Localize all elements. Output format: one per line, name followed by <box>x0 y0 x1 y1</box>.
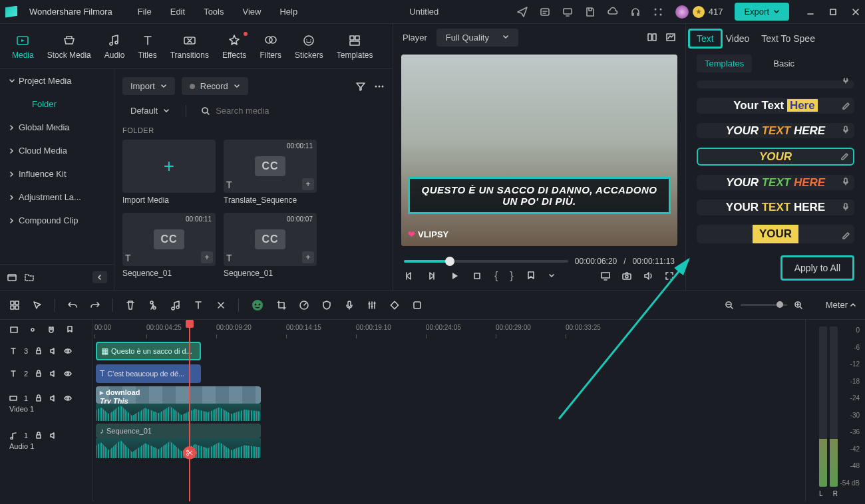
send-icon[interactable] <box>517 7 528 17</box>
sidebar-global-media[interactable]: Global Media <box>0 116 114 139</box>
lib-tab-media[interactable]: Media <box>12 33 34 60</box>
collapse-sidebar-button[interactable] <box>92 271 107 283</box>
screen-icon[interactable] <box>562 7 573 17</box>
subtab-templates[interactable]: Templates <box>697 55 752 72</box>
export-button[interactable]: Export <box>735 3 789 21</box>
audio-mixer-icon[interactable] <box>367 300 377 311</box>
template-card-selected[interactable]: YOUR <box>697 148 854 165</box>
subtitle-overlay[interactable]: QUESTO È UN SACCO DI DANNO, ACCADONO UN … <box>408 177 671 214</box>
template-card[interactable]: YOUR TEXT HERE <box>697 123 854 139</box>
mute-icon[interactable] <box>49 370 57 378</box>
template-card[interactable]: YOUR TEXT HERE <box>697 175 854 191</box>
eye-icon[interactable] <box>64 370 72 378</box>
audio-clip[interactable]: ♪Sequence_01 <box>96 424 261 438</box>
lock-icon[interactable] <box>35 432 43 440</box>
lib-tab-transitions[interactable]: Transitions <box>170 33 209 60</box>
menu-view[interactable]: View <box>242 7 261 17</box>
track-head-v1[interactable]: 1Video 1 <box>0 385 92 422</box>
lib-tab-titles[interactable]: Titles <box>138 33 156 60</box>
lock-icon[interactable] <box>35 370 43 378</box>
cloud-icon[interactable] <box>607 7 618 17</box>
zoom-in-icon[interactable] <box>794 301 803 310</box>
playhead[interactable] <box>189 320 190 501</box>
import-button[interactable]: Import <box>122 77 175 95</box>
speed-icon[interactable] <box>299 300 309 311</box>
sidebar-cloud-media[interactable]: Cloud Media <box>0 139 114 162</box>
menu-edit[interactable]: Edit <box>170 7 185 17</box>
ruler[interactable]: 00:00 00:00:04:25 00:00:09:20 00:00:14:1… <box>93 320 805 340</box>
scopes-icon[interactable] <box>665 32 676 43</box>
play-icon[interactable] <box>449 271 460 281</box>
inspector-tab-video[interactable]: Video <box>726 33 750 44</box>
shield-icon[interactable] <box>321 300 332 311</box>
timeline-view-icon[interactable] <box>9 325 19 334</box>
eye-icon[interactable] <box>64 347 72 355</box>
add-to-timeline-button[interactable]: + <box>302 251 314 263</box>
snapshot-icon[interactable] <box>621 271 632 281</box>
compare-view-icon[interactable] <box>647 32 657 43</box>
volume-icon[interactable] <box>643 271 653 281</box>
inspector-tab-tts[interactable]: Text To Spee <box>761 33 815 44</box>
music-icon[interactable] <box>170 300 181 311</box>
track-head-a1[interactable]: 1Audio 1 <box>0 422 92 459</box>
undo-icon[interactable] <box>67 300 78 311</box>
headphones-icon[interactable] <box>630 7 641 17</box>
media-item[interactable]: 00:00:11CCT+ Sequence_01 <box>122 213 216 278</box>
more-icon[interactable] <box>374 81 385 92</box>
maximize-icon[interactable] <box>829 8 837 16</box>
apply-to-all-button[interactable]: Apply to All <box>780 255 854 281</box>
lib-tab-audio[interactable]: Audio <box>104 33 125 60</box>
search-box[interactable] <box>194 102 385 120</box>
media-item[interactable]: 00:00:07CCT+ Sequence_01 <box>224 213 317 278</box>
zoom-out-icon[interactable] <box>725 301 734 310</box>
menu-file[interactable]: File <box>138 7 152 17</box>
template-card[interactable]: Your Text Here <box>697 98 854 114</box>
lib-tab-stock[interactable]: Stock Media <box>47 33 91 60</box>
quality-select[interactable]: Full Quality <box>436 29 518 47</box>
ai-icon[interactable] <box>251 299 264 312</box>
delete-icon[interactable] <box>125 300 136 311</box>
lib-tab-filters[interactable]: Filters <box>260 33 281 60</box>
link-icon[interactable] <box>28 325 37 334</box>
coin-badge[interactable]: 417 <box>675 5 723 19</box>
mute-icon[interactable] <box>49 432 57 440</box>
stop-icon[interactable] <box>472 271 482 281</box>
select-tool-icon[interactable] <box>32 300 43 311</box>
save-icon[interactable] <box>585 7 596 17</box>
subtitle-clip[interactable]: ▦Questo è un sacco di d... <box>96 342 201 360</box>
crop-icon[interactable] <box>276 300 287 311</box>
media-item[interactable]: 00:00:11CCT+ Translate_Sequence <box>224 140 317 205</box>
filter-icon[interactable] <box>355 81 366 92</box>
prev-frame-icon[interactable] <box>404 271 415 281</box>
record-button[interactable]: Record <box>182 77 248 95</box>
scrub-track[interactable] <box>404 260 568 263</box>
timeline-canvas[interactable]: 00:00 00:00:04:25 00:00:09:20 00:00:14:1… <box>93 320 805 501</box>
marker-add-icon[interactable] <box>65 325 75 334</box>
magnet-icon[interactable] <box>47 325 56 334</box>
close-icon[interactable] <box>852 8 860 16</box>
sidebar-adjustment-layer[interactable]: Adjustment La... <box>0 186 114 209</box>
mark-in-icon[interactable]: { <box>494 270 498 282</box>
menu-help[interactable]: Help <box>279 7 297 17</box>
template-card[interactable] <box>697 80 854 88</box>
template-card[interactable]: YOUR TEXT HERE <box>697 199 854 215</box>
meter-toggle[interactable]: Meter <box>826 300 856 310</box>
lock-icon[interactable] <box>35 394 43 402</box>
menu-tools[interactable]: Tools <box>204 7 224 17</box>
sort-default-button[interactable]: Default <box>122 102 178 120</box>
sidebar-influence-kit[interactable]: Influence Kit <box>0 162 114 186</box>
template-card[interactable]: YOUR <box>697 225 854 243</box>
render-icon[interactable] <box>412 300 423 311</box>
eye-icon[interactable] <box>64 394 72 402</box>
display-icon[interactable] <box>600 271 611 281</box>
razor-icon[interactable] <box>183 446 196 459</box>
new-bin-icon[interactable] <box>7 272 17 283</box>
sidebar-compound-clip[interactable]: Compound Clip <box>0 209 114 232</box>
chevron-down-icon[interactable] <box>548 273 555 279</box>
marker-icon[interactable] <box>526 271 536 281</box>
apps-icon[interactable] <box>653 7 663 17</box>
fullscreen-icon[interactable] <box>664 271 675 281</box>
subtitle-clip[interactable]: TC'est beaucoup de dé... <box>96 364 201 383</box>
preview-video[interactable]: QUESTO È UN SACCO DI DANNO, ACCADONO UN … <box>401 55 677 246</box>
mute-icon[interactable] <box>49 394 57 402</box>
